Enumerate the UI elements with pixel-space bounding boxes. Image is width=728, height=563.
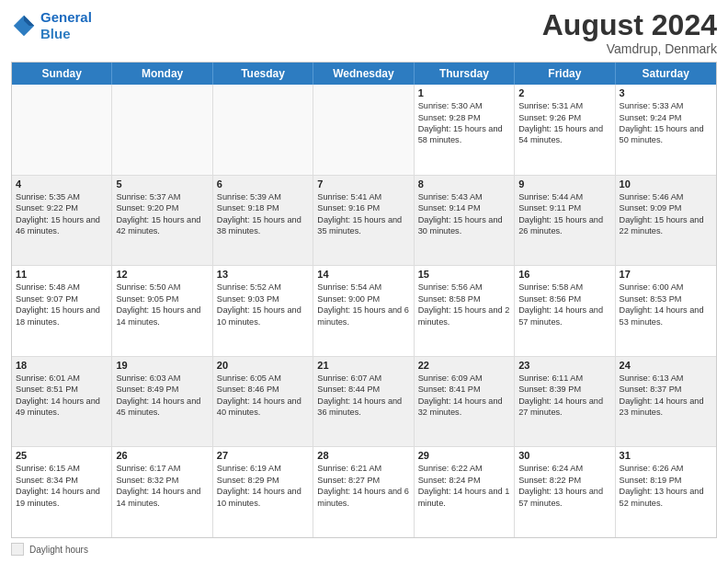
sunset-text: Sunset: 9:07 PM (16, 293, 108, 304)
day-number: 25 (16, 450, 108, 461)
daylight-text: Daylight: 14 hours and 45 minutes. (116, 396, 208, 419)
daylight-text: Daylight: 14 hours and 40 minutes. (217, 396, 309, 419)
daylight-text: Daylight: 14 hours and 32 minutes. (418, 396, 510, 419)
sunrise-text: Sunrise: 5:35 AM (16, 191, 108, 202)
day-number: 2 (518, 87, 610, 98)
sunrise-text: Sunrise: 5:37 AM (116, 191, 208, 202)
sunrise-text: Sunrise: 5:52 AM (217, 282, 309, 293)
sunrise-text: Sunrise: 6:00 AM (620, 282, 712, 293)
day-number: 13 (217, 269, 309, 280)
calendar-cell: 23Sunrise: 6:11 AMSunset: 8:39 PMDayligh… (515, 357, 615, 447)
sunrise-text: Sunrise: 5:58 AM (518, 282, 610, 293)
sunrise-text: Sunrise: 6:21 AM (317, 463, 409, 474)
day-number: 14 (317, 269, 409, 280)
day-number: 24 (620, 360, 712, 371)
sunset-text: Sunset: 9:16 PM (317, 202, 409, 213)
logo: General Blue (11, 9, 92, 42)
calendar-cell: 7Sunrise: 5:41 AMSunset: 9:16 PMDaylight… (313, 176, 414, 266)
calendar-cell: 30Sunrise: 6:24 AMSunset: 8:22 PMDayligh… (515, 447, 615, 537)
calendar-cell: 3Sunrise: 5:33 AMSunset: 9:24 PMDaylight… (616, 85, 716, 175)
calendar-body: 1Sunrise: 5:30 AMSunset: 9:28 PMDaylight… (12, 85, 716, 537)
logo-icon (11, 13, 37, 39)
sunset-text: Sunset: 8:56 PM (518, 293, 610, 304)
calendar-cell: 26Sunrise: 6:17 AMSunset: 8:32 PMDayligh… (112, 447, 212, 537)
sunset-text: Sunset: 8:39 PM (518, 384, 610, 395)
sunset-text: Sunset: 8:58 PM (418, 293, 510, 304)
calendar-cell (313, 85, 414, 175)
daylight-text: Daylight: 15 hours and 30 minutes. (418, 214, 510, 237)
calendar-cell: 28Sunrise: 6:21 AMSunset: 8:27 PMDayligh… (313, 447, 414, 537)
sunset-text: Sunset: 9:22 PM (16, 202, 108, 213)
calendar-header-row: SundayMondayTuesdayWednesdayThursdayFrid… (12, 63, 716, 85)
sunset-text: Sunset: 8:49 PM (116, 384, 208, 395)
daylight-text: Daylight: 14 hours and 23 minutes. (620, 396, 712, 419)
sunrise-text: Sunrise: 5:41 AM (317, 191, 409, 202)
sunset-text: Sunset: 8:29 PM (217, 475, 309, 486)
sunrise-text: Sunrise: 5:31 AM (518, 100, 610, 111)
calendar-cell: 4Sunrise: 5:35 AMSunset: 9:22 PMDaylight… (12, 176, 112, 266)
daylight-text: Daylight: 15 hours and 18 minutes. (16, 304, 108, 327)
day-number: 28 (317, 450, 409, 461)
sunrise-text: Sunrise: 6:22 AM (418, 463, 510, 474)
sunrise-text: Sunrise: 6:13 AM (620, 373, 712, 384)
sunset-text: Sunset: 9:09 PM (620, 202, 712, 213)
daylight-text: Daylight: 15 hours and 50 minutes. (620, 123, 712, 146)
calendar-cell: 6Sunrise: 5:39 AMSunset: 9:18 PMDaylight… (213, 176, 313, 266)
daylight-text: Daylight: 13 hours and 52 minutes. (620, 486, 712, 509)
sunrise-text: Sunrise: 5:30 AM (418, 100, 510, 111)
sunset-text: Sunset: 8:34 PM (16, 475, 108, 486)
daylight-text: Daylight: 14 hours and 57 minutes. (518, 304, 610, 327)
title-block: August 2024 Vamdrup, Denmark (542, 9, 717, 56)
calendar-cell: 29Sunrise: 6:22 AMSunset: 8:24 PMDayligh… (415, 447, 515, 537)
day-number: 12 (116, 269, 208, 280)
calendar-row: 18Sunrise: 6:01 AMSunset: 8:51 PMDayligh… (12, 357, 716, 448)
day-number: 10 (620, 178, 712, 190)
daylight-text: Daylight: 15 hours and 26 minutes. (518, 214, 610, 237)
sunrise-text: Sunrise: 6:09 AM (418, 373, 510, 384)
calendar-cell (12, 85, 112, 175)
sunset-text: Sunset: 9:26 PM (518, 112, 610, 123)
calendar-cell: 2Sunrise: 5:31 AMSunset: 9:26 PMDaylight… (515, 85, 615, 175)
calendar-cell: 12Sunrise: 5:50 AMSunset: 9:05 PMDayligh… (112, 266, 212, 356)
sunrise-text: Sunrise: 5:33 AM (620, 100, 712, 111)
day-number: 20 (217, 360, 309, 371)
calendar-cell: 8Sunrise: 5:43 AMSunset: 9:14 PMDaylight… (415, 176, 515, 266)
sunrise-text: Sunrise: 5:43 AM (418, 191, 510, 202)
calendar-cell: 31Sunrise: 6:26 AMSunset: 8:19 PMDayligh… (616, 447, 716, 537)
daylight-text: Daylight: 14 hours and 1 minute. (418, 486, 510, 509)
sunset-text: Sunset: 9:28 PM (418, 112, 510, 123)
calendar-row: 25Sunrise: 6:15 AMSunset: 8:34 PMDayligh… (12, 447, 716, 537)
month-title: August 2024 (542, 9, 717, 41)
sunrise-text: Sunrise: 5:44 AM (518, 191, 610, 202)
daylight-text: Daylight: 15 hours and 10 minutes. (217, 304, 309, 327)
day-of-week-header: Saturday (616, 63, 716, 85)
calendar-cell: 15Sunrise: 5:56 AMSunset: 8:58 PMDayligh… (415, 266, 515, 356)
calendar-cell: 11Sunrise: 5:48 AMSunset: 9:07 PMDayligh… (12, 266, 112, 356)
daylight-text: Daylight: 15 hours and 22 minutes. (620, 214, 712, 237)
calendar-cell (112, 85, 212, 175)
logo-text: General Blue (40, 9, 92, 42)
daylight-text: Daylight: 14 hours and 14 minutes. (116, 486, 208, 509)
daylight-text: Daylight: 15 hours and 14 minutes. (116, 304, 208, 327)
sunrise-text: Sunrise: 6:11 AM (518, 373, 610, 384)
sunrise-text: Sunrise: 5:54 AM (317, 282, 409, 293)
daylight-text: Daylight: 15 hours and 46 minutes. (16, 214, 108, 237)
calendar-cell: 25Sunrise: 6:15 AMSunset: 8:34 PMDayligh… (12, 447, 112, 537)
daylight-text: Daylight: 15 hours and 42 minutes. (116, 214, 208, 237)
sunset-text: Sunset: 9:03 PM (217, 293, 309, 304)
logo-line1: General (40, 9, 92, 25)
sunset-text: Sunset: 8:41 PM (418, 384, 510, 395)
calendar-cell: 5Sunrise: 5:37 AMSunset: 9:20 PMDaylight… (112, 176, 212, 266)
sunset-text: Sunset: 9:00 PM (317, 293, 409, 304)
day-of-week-header: Monday (112, 63, 212, 85)
sunset-text: Sunset: 8:53 PM (620, 293, 712, 304)
day-of-week-header: Thursday (415, 63, 515, 85)
daylight-text: Daylight: 15 hours and 54 minutes. (518, 123, 610, 146)
calendar-cell: 16Sunrise: 5:58 AMSunset: 8:56 PMDayligh… (515, 266, 615, 356)
day-number: 11 (16, 269, 108, 280)
sunset-text: Sunset: 8:37 PM (620, 384, 712, 395)
calendar-cell: 27Sunrise: 6:19 AMSunset: 8:29 PMDayligh… (213, 447, 313, 537)
daylight-text: Daylight: 15 hours and 35 minutes. (317, 214, 409, 237)
calendar-cell: 19Sunrise: 6:03 AMSunset: 8:49 PMDayligh… (112, 357, 212, 447)
daylight-text: Daylight: 15 hours and 2 minutes. (418, 304, 510, 327)
